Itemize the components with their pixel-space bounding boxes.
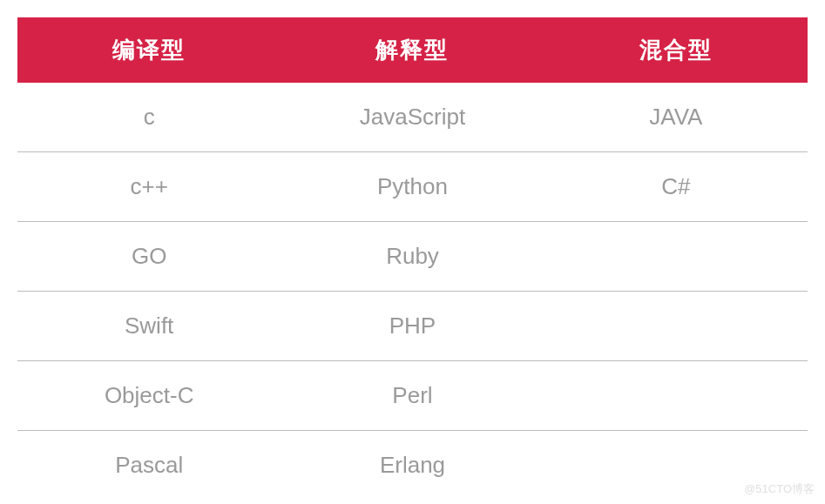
cell-compiled: c++ [17,152,281,222]
cell-interpreted: PHP [281,292,544,361]
cell-compiled: Pascal [17,431,281,501]
header-compiled: 编译型 [17,17,281,83]
cell-mixed [544,361,808,431]
cell-interpreted: Perl [281,361,544,431]
header-row: 编译型 解释型 混合型 [17,17,808,83]
table-header: 编译型 解释型 混合型 [17,17,808,83]
cell-compiled: GO [17,222,281,292]
header-mixed: 混合型 [544,17,808,83]
cell-compiled: Swift [17,292,281,361]
cell-mixed [544,292,808,361]
language-types-table: 编译型 解释型 混合型 c JavaScript JAVA c++ Python… [17,17,808,500]
table-body: c JavaScript JAVA c++ Python C# GO Ruby … [17,83,808,500]
table-row: GO Ruby [17,222,808,292]
cell-interpreted: JavaScript [281,83,544,152]
cell-interpreted: Python [281,152,544,222]
table-row: Pascal Erlang [17,431,808,501]
cell-interpreted: Erlang [281,431,544,501]
cell-mixed: JAVA [544,83,808,152]
header-interpreted: 解释型 [281,17,544,83]
table-row: c++ Python C# [17,152,808,222]
table-row: Object-C Perl [17,361,808,431]
cell-mixed [544,222,808,292]
table-row: c JavaScript JAVA [17,83,808,152]
cell-compiled: c [17,83,281,152]
cell-compiled: Object-C [17,361,281,431]
table: 编译型 解释型 混合型 c JavaScript JAVA c++ Python… [17,17,808,500]
table-row: Swift PHP [17,292,808,361]
watermark: @51CTO博客 [744,481,815,497]
cell-interpreted: Ruby [281,222,544,292]
cell-mixed: C# [544,152,808,222]
